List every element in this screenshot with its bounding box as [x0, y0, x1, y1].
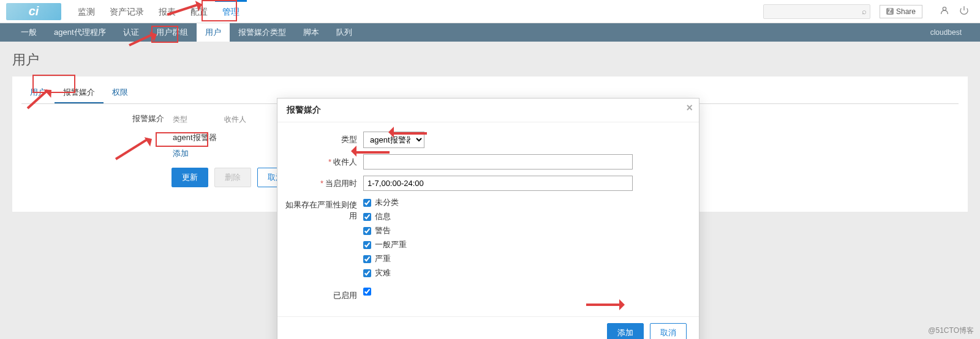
dialog-title-text: 报警媒介 — [287, 105, 321, 114]
table-row: agent报警器 — [172, 130, 294, 146]
severity-information[interactable] — [363, 213, 371, 221]
search-input[interactable]: ⌕ — [763, 4, 870, 19]
dialog-cancel-button[interactable]: 取消 — [650, 323, 687, 339]
cell-type: agent报警器 — [173, 133, 217, 142]
sub-nav: 一般 agent代理程序 认证 用户群组 用户 报警媒介类型 脚本 队列 clo… — [0, 23, 980, 42]
label-type: 类型 — [284, 132, 363, 145]
subnav-media-types[interactable]: 报警媒介类型 — [230, 23, 295, 42]
user-icon[interactable] — [940, 6, 949, 18]
label-active-time: *当启用时 — [284, 176, 363, 189]
delete-button[interactable]: 删除 — [214, 168, 251, 187]
table-header: 类型 收件人 — [172, 113, 294, 130]
media-dialog: 报警媒介 × 类型 agent报警器 *收件人 *当启用时 如果存在严重性则使用 — [277, 98, 699, 339]
section-label: 报警媒介 — [21, 113, 172, 187]
top-nav: ci 监测 资产记录 报表 配置 管理 ⌕ Z Share — [0, 0, 980, 23]
subnav-auth[interactable]: 认证 — [115, 23, 148, 42]
add-media-link[interactable]: 添加 — [172, 146, 190, 162]
severity-average[interactable] — [363, 241, 371, 249]
label-enabled: 已启用 — [284, 288, 363, 301]
tab-media[interactable]: 报警媒介 — [55, 83, 104, 103]
search-icon: ⌕ — [862, 7, 867, 16]
dialog-title: 报警媒介 × — [277, 99, 699, 122]
page-title: 用户 — [12, 51, 968, 69]
share-icon: Z — [886, 8, 894, 15]
severity-not-classified[interactable] — [363, 199, 371, 207]
recipient-input[interactable] — [363, 154, 633, 170]
label-severity: 如果存在严重性则使用 — [284, 197, 363, 222]
dialog-add-button[interactable]: 添加 — [607, 323, 644, 339]
active-time-input[interactable] — [363, 176, 633, 191]
col-recipient: 收件人 — [224, 114, 246, 125]
tab-permissions[interactable]: 权限 — [104, 83, 137, 103]
enabled-checkbox[interactable] — [363, 288, 371, 296]
severity-list: 未分类 信息 警告 一般严重 严重 灾难 — [363, 197, 674, 281]
type-select[interactable]: agent报警器 — [363, 132, 424, 148]
subnav-users[interactable]: 用户 — [197, 23, 230, 42]
subnav-agent[interactable]: agent代理程序 — [45, 23, 115, 42]
watermark: @51CTO博客 — [928, 326, 974, 336]
share-label: Share — [896, 7, 916, 16]
close-icon[interactable]: × — [686, 102, 693, 114]
share-button[interactable]: Z Share — [880, 5, 922, 18]
nav-inventory[interactable]: 资产记录 — [102, 0, 151, 23]
severity-warning[interactable] — [363, 227, 371, 235]
nav-monitor[interactable]: 监测 — [70, 0, 102, 23]
nav-reports[interactable]: 报表 — [151, 0, 183, 23]
power-icon[interactable] — [959, 6, 969, 18]
label-recipient: *收件人 — [284, 154, 363, 168]
current-user-label: cloudbest — [930, 28, 968, 37]
subnav-general[interactable]: 一般 — [12, 23, 45, 42]
nav-admin[interactable]: 管理 — [215, 0, 247, 23]
svg-point-0 — [943, 7, 946, 10]
subnav-user-groups[interactable]: 用户群组 — [148, 23, 197, 42]
subnav-queue[interactable]: 队列 — [328, 23, 361, 42]
subnav-scripts[interactable]: 脚本 — [295, 23, 328, 42]
col-type: 类型 — [173, 114, 187, 125]
severity-high[interactable] — [363, 255, 371, 263]
logo: ci — [6, 3, 61, 20]
tab-user[interactable]: 用户 — [21, 83, 55, 103]
nav-config[interactable]: 配置 — [183, 0, 215, 23]
severity-disaster[interactable] — [363, 269, 371, 277]
update-button[interactable]: 更新 — [172, 168, 208, 187]
